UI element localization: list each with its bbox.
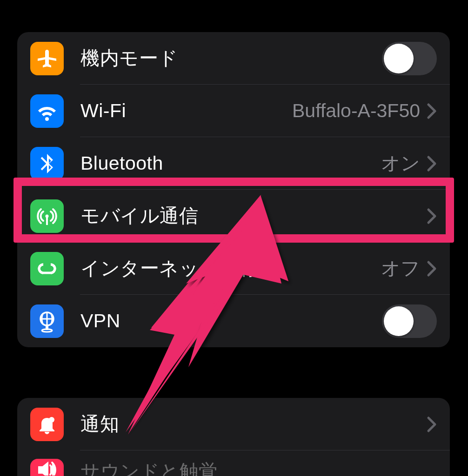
- sounds-icon: [30, 459, 64, 476]
- value-hotspot: オフ: [381, 256, 420, 281]
- chevron-icon: [427, 208, 437, 225]
- row-sounds[interactable]: サウンドと触覚: [17, 450, 450, 476]
- settings-group-notifications: 通知 サウンドと触覚: [17, 398, 450, 476]
- bluetooth-icon: [30, 147, 64, 180]
- settings-screen: 機内モード Wi-Fi Buffalo-A-3F50 Bluetooth オン: [0, 0, 468, 476]
- row-bluetooth[interactable]: Bluetooth オン: [17, 137, 450, 190]
- label-bluetooth: Bluetooth: [80, 152, 381, 174]
- label-notifications: 通知: [80, 411, 427, 437]
- value-wifi: Buffalo-A-3F50: [292, 100, 420, 122]
- row-hotspot[interactable]: インターネット共有 オフ: [17, 242, 450, 295]
- label-wifi: Wi-Fi: [80, 100, 292, 122]
- svg-point-5: [49, 417, 54, 423]
- settings-group-connectivity: 機内モード Wi-Fi Buffalo-A-3F50 Bluetooth オン: [17, 32, 450, 347]
- row-airplane-mode[interactable]: 機内モード: [17, 32, 450, 85]
- svg-point-4: [42, 329, 52, 332]
- row-notifications[interactable]: 通知: [17, 398, 450, 450]
- value-bluetooth: オン: [381, 151, 420, 176]
- wifi-icon: [30, 94, 64, 128]
- chevron-icon: [427, 103, 437, 119]
- chevron-icon: [427, 260, 437, 277]
- label-hotspot: インターネット共有: [80, 256, 381, 281]
- label-cellular: モバイル通信: [80, 203, 427, 229]
- toggle-airplane-mode[interactable]: [382, 42, 437, 75]
- row-cellular[interactable]: モバイル通信: [17, 190, 450, 242]
- vpn-icon: [30, 304, 64, 338]
- label-vpn: VPN: [80, 310, 382, 332]
- chevron-icon: [427, 155, 437, 172]
- label-airplane-mode: 機内モード: [80, 46, 382, 71]
- label-sounds: サウンドと触覚: [80, 459, 437, 476]
- cellular-icon: [30, 199, 64, 233]
- airplane-icon: [30, 42, 64, 75]
- hotspot-icon: [30, 252, 64, 285]
- row-wifi[interactable]: Wi-Fi Buffalo-A-3F50: [17, 85, 450, 137]
- notifications-icon: [30, 408, 64, 441]
- row-vpn[interactable]: VPN: [17, 295, 450, 347]
- chevron-icon: [427, 416, 437, 433]
- toggle-vpn[interactable]: [382, 304, 437, 338]
- svg-rect-1: [46, 217, 48, 225]
